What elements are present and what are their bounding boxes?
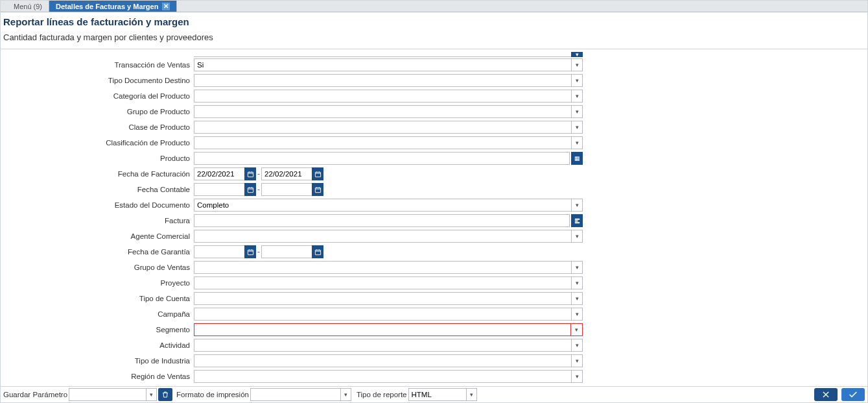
row-proyecto: Proyecto ▾ <box>1 275 867 291</box>
ok-button[interactable] <box>841 388 865 401</box>
dropdown-tipo-reporte[interactable]: ▾ <box>467 388 477 401</box>
row-tipo-industria: Tipo de Industria ▾ <box>1 353 867 369</box>
input-tipo-cuenta[interactable] <box>194 292 571 305</box>
row-grupo-ventas: Grupo de Ventas ▾ <box>1 260 867 275</box>
dropdown-guardar-parametro[interactable]: ▾ <box>147 388 157 401</box>
tab-detalles-facturas[interactable]: Detalles de Facturas y Margen ✕ <box>49 1 177 12</box>
label-clase-producto: Clase de Producto <box>1 123 194 131</box>
dropdown-tipo-industria[interactable]: ▾ <box>571 354 583 367</box>
label-guardar-parametro: Guardar Parámetro <box>3 391 67 398</box>
calendar-fecha-garantia-to-icon[interactable] <box>312 245 323 258</box>
input-tipo-doc-destino[interactable] <box>194 74 571 87</box>
calendar-fecha-garantia-from-icon[interactable] <box>244 245 256 258</box>
input-factura[interactable] <box>194 214 570 227</box>
date-range-separator: - <box>256 247 261 256</box>
row-estado-documento: Estado del Documento ▾ <box>1 197 867 213</box>
row-clasificacion-producto: Clasificación de Producto ▾ <box>1 135 867 151</box>
tab-menu[interactable]: Menú (9) <box>7 1 49 12</box>
dropdown-grupo-producto[interactable]: ▾ <box>571 105 583 118</box>
input-fecha-contable-from[interactable] <box>194 183 244 196</box>
input-segmento[interactable] <box>194 323 571 336</box>
input-fecha-facturacion-from[interactable] <box>194 167 244 180</box>
calendar-fecha-facturacion-from-icon[interactable] <box>244 167 256 180</box>
lookup-producto-icon[interactable]: ▦ <box>571 152 583 165</box>
cancel-button[interactable] <box>814 388 838 401</box>
page-header: Reportar líneas de facturación y margen … <box>1 12 867 49</box>
input-fecha-contable-to[interactable] <box>261 183 312 196</box>
label-proyecto: Proyecto <box>1 279 194 287</box>
dropdown-agente-comercial[interactable]: ▾ <box>571 230 583 243</box>
label-producto: Producto <box>1 154 194 162</box>
svg-rect-5 <box>315 250 320 254</box>
row-actividad: Actividad ▾ <box>1 337 867 353</box>
label-grupo-producto: Grupo de Producto <box>1 108 194 116</box>
row-factura: Factura <box>1 213 867 228</box>
prev-field-icon[interactable]: ▾ <box>571 52 583 57</box>
label-tipo-reporte: Tipo de reporte <box>357 391 407 398</box>
label-transaccion-ventas: Transacción de Ventas <box>1 61 194 69</box>
delete-parameter-button[interactable] <box>158 388 172 401</box>
input-clase-producto[interactable] <box>194 121 571 134</box>
page-title: Reportar líneas de facturación y margen <box>3 16 865 27</box>
label-actividad: Actividad <box>1 341 194 349</box>
input-formato-impresion[interactable] <box>250 388 341 401</box>
dropdown-campana[interactable]: ▾ <box>571 308 583 321</box>
row-segmento: Segmento ▾ <box>1 322 867 337</box>
input-transaccion-ventas[interactable] <box>194 58 571 71</box>
label-campana: Campaña <box>1 310 194 318</box>
input-fecha-garantia-to[interactable] <box>261 245 312 258</box>
dropdown-grupo-ventas[interactable]: ▾ <box>571 261 583 274</box>
row-region-ventas: Región de Ventas ▾ <box>1 369 867 384</box>
input-campana[interactable] <box>194 308 571 321</box>
dropdown-segmento[interactable]: ▾ <box>571 323 583 336</box>
tab-bar: Menú (9) Detalles de Facturas y Margen ✕ <box>1 1 867 12</box>
row-fecha-facturacion: Fecha de Facturación - <box>1 166 867 182</box>
label-tipo-cuenta: Tipo de Cuenta <box>1 295 194 302</box>
input-producto[interactable] <box>194 152 570 165</box>
dropdown-formato-impresion[interactable]: ▾ <box>341 388 351 401</box>
dropdown-clase-producto[interactable]: ▾ <box>571 121 583 134</box>
svg-rect-1 <box>315 172 320 177</box>
label-tipo-industria: Tipo de Industria <box>1 357 194 365</box>
label-categoria-producto: Categoría del Producto <box>1 92 194 100</box>
input-guardar-parametro[interactable] <box>69 388 147 401</box>
input-actividad[interactable] <box>194 339 571 352</box>
label-fecha-garantia: Fecha de Garantía <box>1 248 194 256</box>
calendar-fecha-contable-from-icon[interactable] <box>244 183 256 196</box>
row-clase-producto: Clase de Producto ▾ <box>1 119 867 135</box>
dropdown-proyecto[interactable]: ▾ <box>571 276 583 289</box>
dropdown-categoria-producto[interactable]: ▾ <box>571 90 583 103</box>
input-proyecto[interactable] <box>194 276 571 289</box>
dropdown-transaccion-ventas[interactable]: ▾ <box>571 58 583 71</box>
dropdown-clasificacion-producto[interactable]: ▾ <box>571 136 583 149</box>
row-campana: Campaña ▾ <box>1 306 867 322</box>
calendar-fecha-contable-to-icon[interactable] <box>312 183 323 196</box>
input-grupo-ventas[interactable] <box>194 261 571 274</box>
row-categoria-producto: Categoría del Producto ▾ <box>1 88 867 104</box>
input-estado-documento[interactable] <box>194 199 571 212</box>
form-scroll-area[interactable]: ▾ Transacción de Ventas ▾ Tipo Documento… <box>1 49 867 386</box>
close-tab-icon[interactable]: ✕ <box>162 3 170 10</box>
input-tipo-reporte[interactable] <box>408 388 467 401</box>
tab-menu-label: Menú (9) <box>14 3 42 10</box>
lookup-factura-icon[interactable] <box>571 214 583 227</box>
label-fecha-facturacion: Fecha de Facturación <box>1 170 194 178</box>
row-grupo-producto: Grupo de Producto ▾ <box>1 104 867 119</box>
input-fecha-garantia-from[interactable] <box>194 245 244 258</box>
input-clasificacion-producto[interactable] <box>194 136 571 149</box>
dropdown-tipo-cuenta[interactable]: ▾ <box>571 292 583 305</box>
dropdown-actividad[interactable]: ▾ <box>571 339 583 352</box>
dropdown-region-ventas[interactable]: ▾ <box>571 370 583 383</box>
page-subtitle: Cantidad facturada y margen por clientes… <box>3 32 865 42</box>
label-fecha-contable: Fecha Contable <box>1 186 194 193</box>
input-grupo-producto[interactable] <box>194 105 571 118</box>
dropdown-tipo-doc-destino[interactable]: ▾ <box>571 74 583 87</box>
input-region-ventas[interactable] <box>194 370 571 383</box>
input-fecha-facturacion-to[interactable] <box>261 167 312 180</box>
input-agente-comercial[interactable] <box>194 230 571 243</box>
calendar-fecha-facturacion-to-icon[interactable] <box>312 167 323 180</box>
label-clasificacion-producto: Clasificación de Producto <box>1 139 194 147</box>
dropdown-estado-documento[interactable]: ▾ <box>571 199 583 212</box>
input-categoria-producto[interactable] <box>194 90 571 103</box>
input-tipo-industria[interactable] <box>194 354 571 367</box>
